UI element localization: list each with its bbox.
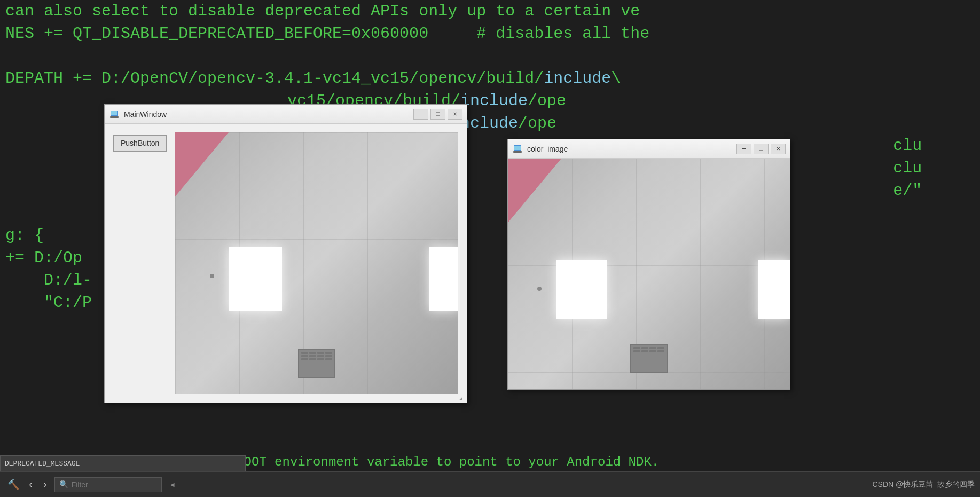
maximize-icon: □ xyxy=(436,111,440,118)
deprecated-message-bar: DEPRECATED_MESSAGE xyxy=(0,455,246,471)
status-bar-left: 🔨 ‹ › 🔍 ◀ xyxy=(5,477,872,493)
search-icon: 🔍 xyxy=(59,480,68,489)
fixture-dot-color xyxy=(537,287,542,291)
camera-image-color xyxy=(508,159,790,389)
main-window-body: PushButton xyxy=(105,124,467,403)
main-window-minimize-button[interactable]: — xyxy=(413,109,428,120)
nav-back-icon[interactable]: ‹ xyxy=(26,477,36,492)
resize-handle[interactable]: ◢ xyxy=(459,395,466,401)
status-bar-author: CSDN @快乐豆苗_故乡的四季 xyxy=(872,480,975,490)
color-image-titlebar[interactable]: color_image — □ ✕ xyxy=(508,139,790,159)
color-image-title: color_image xyxy=(527,145,736,153)
code-line-2: NES += QT_DISABLE_DEPRECATED_BEFORE=0x06… xyxy=(0,22,980,45)
color-image-maximize-button[interactable]: □ xyxy=(754,144,769,154)
color-image-controls: — □ ✕ xyxy=(736,144,786,154)
color-image-close-button[interactable]: ✕ xyxy=(771,144,786,154)
main-window: MainWindow — □ ✕ PushButton xyxy=(104,104,467,403)
main-window-image-display xyxy=(175,132,458,394)
color-image-window: color_image — □ ✕ xyxy=(507,139,790,390)
pink-triangle-color xyxy=(508,159,561,223)
close-icon: ✕ xyxy=(453,110,457,118)
main-window-icon xyxy=(109,109,120,120)
main-window-title: MainWindow xyxy=(124,110,413,119)
vent-grill-color xyxy=(630,344,668,373)
pink-triangle-decoration xyxy=(175,132,229,196)
nav-forward-icon[interactable]: › xyxy=(40,477,50,492)
close-icon: ✕ xyxy=(776,145,780,153)
light-rect-left xyxy=(229,247,282,311)
deprecated-message-label: DEPRECATED_MESSAGE xyxy=(5,460,80,468)
light-rect-color-left xyxy=(556,260,607,319)
status-bar: 🔨 ‹ › 🔍 ◀ CSDN @快乐豆苗_故乡的四季 xyxy=(0,471,980,497)
vent-grill xyxy=(298,349,335,378)
svg-rect-2 xyxy=(110,116,119,118)
scroll-indicator: ◀ xyxy=(170,480,175,489)
code-line-blank xyxy=(0,45,980,67)
minimize-icon: — xyxy=(419,111,422,118)
color-image-body xyxy=(508,159,790,389)
main-window-controls: — □ ✕ xyxy=(413,109,462,120)
svg-rect-4 xyxy=(514,146,521,150)
svg-rect-5 xyxy=(513,151,522,153)
code-line-3: DEPATH += D:/OpenCV/opencv-3.4.1-vc14_vc… xyxy=(0,67,980,90)
main-window-titlebar[interactable]: MainWindow — □ ✕ xyxy=(105,105,467,124)
svg-rect-1 xyxy=(111,111,117,115)
main-window-close-button[interactable]: ✕ xyxy=(448,109,462,120)
light-rect-color-right xyxy=(758,260,790,319)
main-window-maximize-button[interactable]: □ xyxy=(430,109,445,120)
filter-input[interactable] xyxy=(72,480,157,489)
camera-image-main xyxy=(175,132,458,394)
push-button[interactable]: PushButton xyxy=(113,135,167,152)
code-line-1: can also select to disable deprecated AP… xyxy=(0,0,980,22)
color-image-minimize-button[interactable]: — xyxy=(736,144,751,154)
maximize-icon: □ xyxy=(759,145,763,153)
minimize-icon: — xyxy=(742,145,746,153)
light-rect-right xyxy=(429,247,458,311)
filter-box: 🔍 xyxy=(54,477,162,492)
build-icon[interactable]: 🔨 xyxy=(5,477,21,493)
color-image-icon xyxy=(512,144,523,154)
